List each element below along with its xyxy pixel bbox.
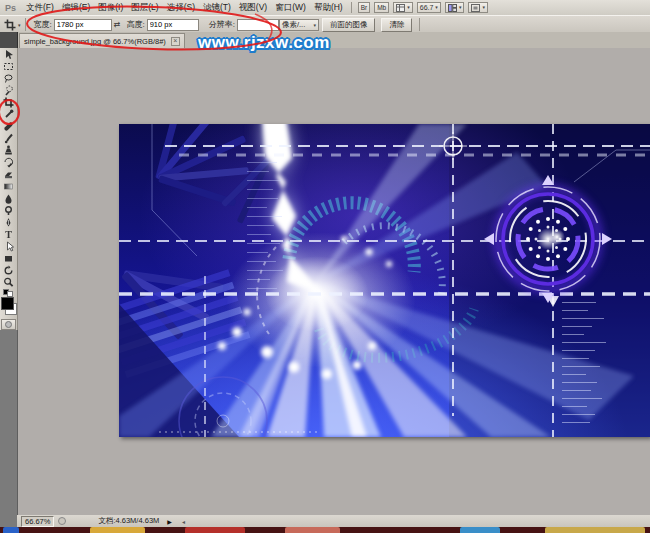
options-bar: ▾ 宽度: ⇄ 高度: 分辨率: 像素/... ▾ 前面的图像 清除 <box>0 15 650 33</box>
tool-eraser[interactable] <box>0 168 17 180</box>
tool-rotate-view[interactable] <box>0 264 17 276</box>
tool-blur[interactable] <box>0 192 17 204</box>
menu-image[interactable]: 图像(I) <box>94 2 127 14</box>
eyedropper-icon <box>3 109 14 120</box>
zoom-level-dropdown[interactable]: 66.7 ▾ <box>417 2 441 13</box>
separator <box>25 18 26 31</box>
tool-preset-picker[interactable]: ▾ <box>4 19 21 31</box>
tool-pen[interactable] <box>0 216 17 228</box>
menu-select[interactable]: 选择(S) <box>163 2 199 14</box>
menu-filter[interactable]: 滤镜(T) <box>199 2 235 14</box>
lasso-icon <box>3 73 14 84</box>
status-popup-arrow[interactable]: ▶ <box>167 518 172 525</box>
canvas-image <box>119 124 650 437</box>
taskbar-item[interactable] <box>90 527 145 533</box>
tool-clone-stamp[interactable] <box>0 144 17 156</box>
watermark-text: www.rjzxw.com <box>198 33 330 53</box>
crop-icon <box>3 97 14 108</box>
marquee-icon <box>3 61 14 72</box>
foreground-color-swatch[interactable] <box>1 297 14 310</box>
canvas[interactable] <box>119 124 650 437</box>
menu-file[interactable]: 文件(F) <box>22 2 58 14</box>
status-zoom-field[interactable]: 66.67% <box>21 516 54 527</box>
history-brush-icon <box>3 157 14 168</box>
tool-lasso[interactable] <box>0 72 17 84</box>
document-tab[interactable]: simple_background.jpg @ 66.7%(RGB/8#) × <box>19 33 185 49</box>
separator <box>419 18 420 31</box>
menu-view[interactable]: 视图(V) <box>235 2 271 14</box>
tool-history-brush[interactable] <box>0 156 17 168</box>
chevron-down-icon: ▾ <box>407 3 410 12</box>
menu-help[interactable]: 帮助(H) <box>310 2 347 14</box>
pen-icon <box>3 217 14 228</box>
taskbar-item[interactable] <box>285 527 340 533</box>
taskbar-item[interactable] <box>185 527 245 533</box>
quick-mask-button[interactable] <box>1 319 16 330</box>
menu-edit[interactable]: 编辑(E) <box>58 2 94 14</box>
tool-path-selection[interactable] <box>0 240 17 252</box>
scrollbar-left-arrow[interactable]: ◂ <box>182 518 185 525</box>
taskbar-item[interactable] <box>460 527 500 533</box>
crop-icon <box>4 19 16 31</box>
rotate-view-icon <box>3 265 14 276</box>
clone-stamp-icon <box>3 145 14 156</box>
svg-text:T: T <box>5 229 12 240</box>
foreground-background-swatches[interactable] <box>0 296 17 316</box>
resolution-unit-dropdown[interactable]: 像素/... ▾ <box>279 19 319 31</box>
tool-zoom[interactable] <box>0 276 17 288</box>
document-tab-title: simple_background.jpg @ 66.7%(RGB/8#) <box>24 37 166 46</box>
tool-dodge[interactable] <box>0 204 17 216</box>
blur-icon <box>3 193 14 204</box>
start-button[interactable] <box>3 527 19 533</box>
menu-bar: Ps 文件(F) 编辑(E) 图像(I) 图层(L) 选择(S) 滤镜(T) 视… <box>0 0 650 15</box>
clear-button[interactable]: 清除 <box>381 18 412 32</box>
windows-taskbar[interactable] <box>0 527 650 533</box>
tool-brush[interactable] <box>0 132 17 144</box>
tool-move[interactable] <box>0 48 17 60</box>
front-image-button[interactable]: 前面的图像 <box>322 18 376 32</box>
resolution-input[interactable] <box>237 19 279 31</box>
tool-rectangular-marquee[interactable] <box>0 60 17 72</box>
path-selection-icon <box>3 241 14 252</box>
mini-bridge-button[interactable]: Mb <box>374 2 389 13</box>
tools-panel-header[interactable] <box>0 32 18 48</box>
close-icon[interactable]: × <box>171 37 180 46</box>
chevron-down-icon: ▾ <box>435 3 438 12</box>
chevron-down-icon: ▾ <box>18 22 21 28</box>
zoom-icon <box>3 277 14 288</box>
launch-bridge-button[interactable]: Br <box>358 2 371 13</box>
tool-spot-healing-brush[interactable] <box>0 120 17 132</box>
brush-icon <box>3 133 14 144</box>
view-extras-icon <box>396 4 405 12</box>
tool-gradient[interactable] <box>0 180 17 192</box>
default-colors-icon[interactable] <box>0 288 17 296</box>
swap-dimensions-icon[interactable]: ⇄ <box>114 20 121 29</box>
tool-quick-selection[interactable] <box>0 84 17 96</box>
view-extras-button[interactable]: ▾ <box>393 2 413 13</box>
chevron-down-icon: ▾ <box>459 3 462 12</box>
screen-mode-icon <box>471 4 480 12</box>
eraser-icon <box>3 169 14 180</box>
menu-window[interactable]: 窗口(W) <box>271 2 310 14</box>
arrange-documents-button[interactable]: ▾ <box>445 2 465 13</box>
taskbar-tray[interactable] <box>545 527 645 533</box>
height-input[interactable] <box>147 19 199 31</box>
zoom-level-value: 66.7 <box>420 3 434 12</box>
tools-panel: T <box>0 48 18 330</box>
move-icon <box>3 49 14 60</box>
screen-mode-button[interactable]: ▾ <box>468 2 488 13</box>
status-icon <box>58 517 66 525</box>
tool-rectangle-shape[interactable] <box>0 252 17 264</box>
height-label: 高度: <box>126 19 144 30</box>
tool-crop[interactable] <box>0 96 17 108</box>
arrange-documents-icon <box>448 4 457 12</box>
chevron-down-icon: ▾ <box>482 3 485 12</box>
healing-brush-icon <box>3 121 14 132</box>
type-icon: T <box>3 229 14 240</box>
chevron-down-icon: ▾ <box>313 22 316 28</box>
width-input[interactable] <box>54 19 112 31</box>
separator <box>351 2 352 13</box>
menu-layer[interactable]: 图层(L) <box>127 2 162 14</box>
tool-type[interactable]: T <box>0 228 17 240</box>
tool-eyedropper[interactable] <box>0 108 17 120</box>
